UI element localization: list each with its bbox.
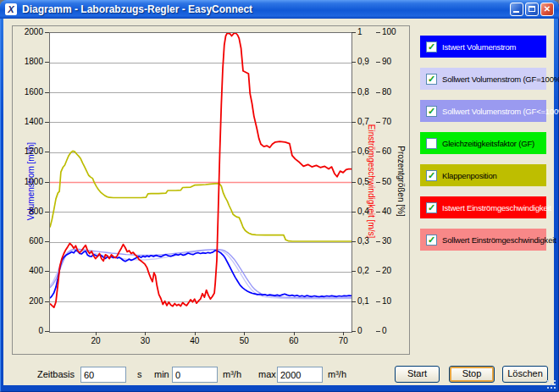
y-axis-tick-label: 40 — [382, 207, 391, 216]
y-axis-tick-mark — [351, 241, 356, 242]
title-bar: X Diagramm - Laborabzugs-Regler - EasyCo… — [0, 0, 559, 19]
legend-item-label: Gleichzeitigkeitsfaktor (GF) — [442, 139, 534, 148]
x-axis-tick-label: 30 — [135, 336, 155, 345]
y-axis-tick-mark — [45, 152, 49, 152]
y-axis-tick-label: 1200 — [13, 146, 43, 156]
y-axis-tick-label: 0 — [357, 326, 363, 335]
right-axis2-label: Prozentgrößen [%] — [396, 146, 406, 216]
zeitbasis-label: Zeitbasis — [34, 366, 75, 383]
resize-grip[interactable] — [547, 380, 557, 390]
x-axis-tick-mark — [195, 332, 196, 335]
min-label: min — [154, 366, 169, 383]
legend-item-label: Istwert Einströmgeschwindigkeit — [442, 203, 551, 213]
start-button[interactable]: Start — [395, 366, 440, 383]
y-axis-tick-mark — [45, 301, 49, 302]
legend-item-6[interactable]: ✓Sollwert Einströmgeschwindigkeit — [420, 229, 546, 251]
y-axis-tick-mark — [376, 62, 380, 63]
chart-panel: Volumenstrom [m³/h] Einströmgeschwindigk… — [12, 25, 410, 355]
y-axis-tick-mark — [45, 331, 49, 332]
x-axis-tick-mark — [343, 332, 344, 335]
y-axis-tick-label: 0,9 — [357, 57, 369, 66]
y-axis-tick-mark — [376, 301, 380, 302]
y-axis-tick-label: 1800 — [13, 57, 43, 66]
y-axis-tick-label: 0,7 — [357, 117, 369, 126]
y-axis-tick-label: 400 — [13, 266, 43, 275]
y-axis-tick-mark — [45, 92, 49, 93]
plot-area — [49, 32, 352, 333]
y-axis-tick-mark — [376, 212, 380, 213]
y-axis-tick-label: 100 — [382, 27, 396, 36]
y-axis-tick-label: 60 — [382, 146, 391, 156]
y-axis-tick-label: 0,8 — [357, 87, 369, 97]
checkbox-unchecked-icon[interactable] — [426, 138, 437, 149]
legend-item-label: Sollwert Volumenstrom (GF=100%) — [442, 75, 559, 84]
x-axis-tick-mark — [244, 332, 245, 335]
x-axis-tick-label: 50 — [234, 336, 254, 345]
y-axis-tick-label: 0 — [382, 326, 387, 335]
checkbox-checked-icon[interactable]: ✓ — [426, 74, 437, 85]
y-axis-tick-mark — [351, 122, 356, 123]
checkbox-checked-icon[interactable]: ✓ — [426, 202, 437, 213]
max-label: max — [258, 366, 276, 383]
y-axis-tick-mark — [45, 212, 49, 213]
chart-canvas — [50, 33, 351, 332]
clear-button[interactable]: Löschen — [502, 366, 548, 383]
checkbox-checked-icon[interactable]: ✓ — [426, 235, 437, 246]
legend-item-label: Sollwert Volumenstrom (GF<=100%) — [442, 107, 559, 116]
x-axis-tick-mark — [294, 332, 295, 335]
app-icon: X — [5, 3, 17, 15]
legend-item-0[interactable]: ✓Istwert Volumenstrom — [420, 36, 546, 58]
stop-button[interactable]: Stop — [449, 366, 495, 383]
x-axis-tick-label: 20 — [86, 336, 106, 345]
y-axis-tick-label: 2000 — [13, 27, 43, 36]
y-axis-tick-mark — [376, 182, 380, 183]
y-axis-tick-mark — [45, 32, 49, 33]
y-axis-tick-label: 0,5 — [357, 177, 369, 186]
y-axis-tick-label: 0 — [13, 326, 43, 335]
legend-item-label: Klappenposition — [442, 171, 497, 180]
series-istwert-einstr-mgeschwindigkeit — [50, 33, 351, 307]
y-axis-tick-label: 80 — [382, 87, 391, 97]
y-axis-tick-mark — [351, 212, 356, 213]
y-axis-tick-label: 1400 — [13, 117, 43, 126]
y-axis-tick-mark — [351, 32, 356, 33]
y-axis-tick-mark — [376, 241, 380, 242]
minimize-button[interactable] — [510, 3, 523, 16]
y-axis-tick-label: 0,3 — [357, 236, 369, 246]
max-input[interactable] — [277, 367, 323, 383]
y-axis-tick-label: 0,6 — [357, 146, 369, 156]
y-axis-tick-mark — [45, 62, 49, 63]
app-window: X Diagramm - Laborabzugs-Regler - EasyCo… — [0, 0, 559, 392]
y-axis-tick-label: 0,1 — [357, 296, 369, 306]
y-axis-tick-mark — [351, 331, 356, 332]
y-axis-tick-mark — [376, 32, 380, 33]
legend-item-3[interactable]: Gleichzeitigkeitsfaktor (GF) — [420, 132, 546, 154]
y-axis-tick-label: 600 — [13, 236, 43, 246]
checkbox-checked-icon[interactable]: ✓ — [426, 41, 437, 52]
legend-item-1[interactable]: ✓Sollwert Volumenstrom (GF=100%) — [420, 68, 546, 90]
legend-item-5[interactable]: ✓Istwert Einströmgeschwindigkeit — [420, 196, 546, 218]
y-axis-tick-mark — [45, 271, 49, 272]
maximize-icon — [529, 6, 535, 12]
min-input[interactable] — [172, 367, 218, 383]
maximize-button[interactable] — [525, 3, 539, 16]
y-axis-tick-label: 1 — [357, 27, 363, 36]
y-axis-tick-mark — [45, 182, 49, 183]
y-axis-tick-label: 1000 — [13, 177, 43, 186]
y-axis-tick-label: 20 — [382, 266, 391, 275]
legend: ✓Istwert Volumenstrom✓Sollwert Volumenst… — [420, 36, 546, 251]
y-axis-tick-mark — [351, 182, 356, 183]
zeitbasis-input[interactable] — [80, 367, 126, 383]
y-axis-tick-mark — [351, 152, 356, 152]
close-button[interactable]: ✕ — [540, 3, 554, 16]
legend-item-2[interactable]: ✓Sollwert Volumenstrom (GF<=100%) — [420, 100, 546, 122]
y-axis-tick-mark — [351, 62, 356, 63]
y-axis-tick-mark — [376, 152, 380, 152]
y-axis-tick-mark — [45, 122, 49, 123]
checkbox-checked-icon[interactable]: ✓ — [426, 170, 437, 181]
legend-item-4[interactable]: ✓Klappenposition — [420, 164, 546, 186]
y-axis-tick-mark — [45, 241, 49, 242]
y-axis-tick-label: 800 — [13, 207, 43, 216]
checkbox-checked-icon[interactable]: ✓ — [426, 106, 437, 117]
y-axis-tick-label: 0,4 — [357, 207, 369, 216]
